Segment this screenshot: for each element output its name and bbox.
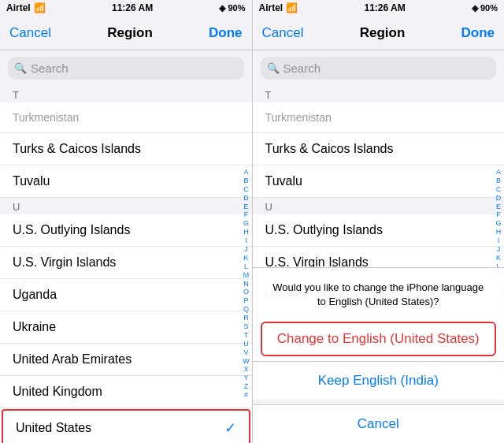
- left-cancel-button[interactable]: Cancel: [9, 25, 51, 41]
- list-item[interactable]: Tuvalu: [0, 166, 252, 198]
- right-status-right: ◈ 90%: [472, 3, 498, 13]
- right-search-bar: 🔍 Search: [253, 50, 505, 86]
- left-nav-title: Region: [107, 25, 153, 41]
- checkmark-icon: ✓: [224, 419, 236, 437]
- left-status-bar: Airtel 📶 11:26 AM ◈ 90%: [0, 0, 252, 16]
- list-item[interactable]: Turkmenistan: [253, 102, 505, 133]
- left-location-icon: ◈: [219, 3, 225, 13]
- left-alpha-index[interactable]: AB CD EF GH IJ KL MN OP QR ST UV WX YZ #: [241, 125, 252, 443]
- left-carrier: Airtel: [6, 2, 31, 13]
- right-list: T Turkmenistan Turks & Caicos Islands Tu…: [253, 86, 505, 443]
- right-status-left: Airtel 📶: [259, 2, 298, 13]
- left-search-bar: 🔍 Search: [0, 50, 252, 86]
- right-carrier: Airtel: [259, 2, 284, 13]
- list-item[interactable]: Tuvalu: [253, 166, 505, 198]
- right-search-icon: 🔍: [267, 62, 280, 74]
- list-item[interactable]: U.S. Virgin Islands: [0, 247, 252, 279]
- united-states-label: United States: [16, 421, 91, 435]
- list-item[interactable]: Turkmenistan: [0, 102, 252, 133]
- list-item[interactable]: U.S. Outlying Islands: [0, 214, 252, 247]
- list-item[interactable]: Ukraine: [0, 311, 252, 344]
- right-battery: 90%: [480, 3, 498, 13]
- left-list: T Turkmenistan Turks & Caicos Islands Tu…: [0, 86, 252, 443]
- right-nav-bar: Cancel Region Done: [253, 16, 505, 50]
- change-language-button[interactable]: Change to English (United States): [261, 322, 497, 356]
- right-section-t: T: [253, 86, 505, 102]
- right-panel: Airtel 📶 11:26 AM ◈ 90% Cancel Region Do…: [253, 0, 505, 443]
- list-item[interactable]: U.S. Outlying Islands: [253, 214, 505, 247]
- list-item[interactable]: Uganda: [0, 279, 252, 311]
- right-location-icon: ◈: [472, 3, 478, 13]
- dialog-cancel-button[interactable]: Cancel: [253, 404, 505, 443]
- left-search-icon: 🔍: [14, 62, 27, 74]
- list-item[interactable]: Turks & Caicos Islands: [0, 133, 252, 166]
- right-time: 11:26 AM: [364, 2, 405, 13]
- left-status-right: ◈ 90%: [219, 3, 245, 13]
- right-wifi-icon: 📶: [286, 2, 298, 13]
- united-states-item[interactable]: United States ✓: [2, 409, 250, 443]
- left-search-input-wrap[interactable]: 🔍 Search: [8, 57, 244, 80]
- right-search-input-wrap[interactable]: 🔍 Search: [261, 57, 497, 80]
- keep-language-button[interactable]: Keep English (India): [253, 361, 505, 400]
- left-panel: Airtel 📶 11:26 AM ◈ 90% Cancel Region Do…: [0, 0, 252, 443]
- left-battery: 90%: [228, 3, 245, 13]
- left-search-placeholder: Search: [31, 61, 69, 75]
- left-section-t: T: [0, 86, 252, 102]
- list-item[interactable]: Turks & Caicos Islands: [253, 133, 505, 166]
- right-section-u: U: [253, 198, 505, 214]
- left-status-left: Airtel 📶: [6, 2, 46, 13]
- language-change-dialog: Would you like to change the iPhone lang…: [253, 267, 505, 443]
- left-nav-bar: Cancel Region Done: [0, 16, 252, 50]
- right-search-placeholder: Search: [284, 61, 321, 75]
- right-done-button[interactable]: Done: [461, 25, 495, 41]
- left-done-button[interactable]: Done: [209, 25, 243, 41]
- right-status-bar: Airtel 📶 11:26 AM ◈ 90%: [253, 0, 505, 16]
- left-wifi-icon: 📶: [34, 2, 46, 13]
- left-section-u: U: [0, 198, 252, 214]
- list-item[interactable]: United Kingdom: [0, 376, 252, 408]
- dialog-message: Would you like to change the iPhone lang…: [253, 268, 505, 317]
- list-item[interactable]: United Arab Emirates: [0, 344, 252, 376]
- right-cancel-button[interactable]: Cancel: [262, 25, 304, 41]
- left-time: 11:26 AM: [112, 2, 153, 13]
- right-nav-title: Region: [360, 25, 406, 41]
